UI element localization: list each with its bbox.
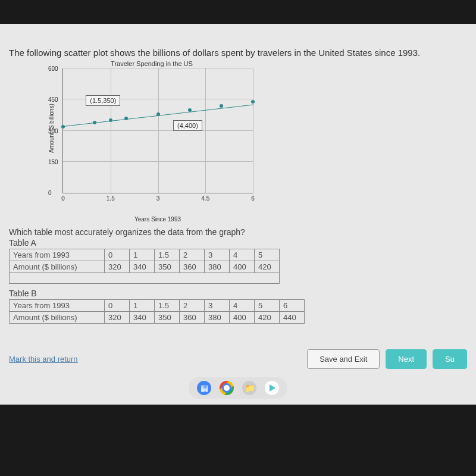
x-tick: 6 [251, 195, 255, 202]
annotation-2: (4,400) [173, 120, 202, 131]
data-point [188, 108, 192, 112]
table-a-label: Table A [9, 238, 467, 248]
data-point [124, 117, 128, 120]
table-b-label: Table B [9, 289, 467, 298]
data-point [251, 100, 255, 104]
y-tick: 300 [48, 127, 58, 134]
y-tick: 600 [48, 65, 58, 72]
x-axis-label: Years Since 1993 [51, 216, 265, 223]
chart-title: Traveler Spending in the US [39, 60, 265, 67]
y-tick: 150 [48, 158, 58, 165]
play-icon[interactable] [265, 381, 279, 395]
annotation-1: (1.5,350) [86, 95, 120, 106]
y-tick: 0 [48, 190, 52, 196]
plot: 0 150 300 450 600 0 1.5 3 4.5 6 [62, 68, 253, 193]
table-a[interactable]: Years from 1993 0 1 1.5 2 3 4 5 Amount (… [9, 249, 280, 284]
x-tick: 4.5 [201, 195, 209, 202]
chrome-icon[interactable] [220, 381, 234, 395]
data-point [93, 121, 96, 124]
next-button[interactable]: Next [386, 349, 427, 369]
table-cell: Years from 1993 [10, 300, 105, 312]
data-point [156, 112, 160, 116]
table-b[interactable]: Years from 1993 0 1 1.5 2 3 4 5 6 Amount… [9, 299, 305, 324]
submit-button[interactable]: Su [433, 349, 467, 369]
table-cell: Years from 1993 [10, 249, 105, 261]
chart-container: Traveler Spending in the US Amount ($ bi… [39, 60, 265, 223]
x-tick: 3 [156, 195, 160, 202]
app-window: The following scatter plot shows the bil… [0, 24, 476, 405]
question-text: The following scatter plot shows the bil… [9, 48, 467, 58]
sub-question: Which table most accurately organizes th… [9, 227, 467, 237]
data-point [109, 118, 112, 122]
app-icon[interactable]: ▦ [197, 381, 211, 395]
table-cell: Amount ($ billions) [10, 261, 105, 273]
x-tick: 1.5 [107, 195, 115, 202]
taskbar: ▦ 📁 [189, 377, 287, 399]
button-group: Save and Exit Next Su [307, 349, 467, 369]
table-cell: Amount ($ billions) [10, 312, 105, 324]
chart-area: Amount ($ billions) 0 150 300 450 600 0 … [51, 68, 265, 205]
mark-return-link[interactable]: Mark this and return [9, 355, 78, 364]
data-point [61, 125, 65, 129]
data-point [220, 104, 223, 108]
bottom-bar: Mark this and return Save and Exit Next … [9, 349, 467, 369]
x-tick: 0 [61, 195, 65, 202]
y-tick: 450 [48, 96, 58, 103]
save-exit-button[interactable]: Save and Exit [307, 349, 380, 369]
files-icon[interactable]: 📁 [242, 381, 256, 395]
